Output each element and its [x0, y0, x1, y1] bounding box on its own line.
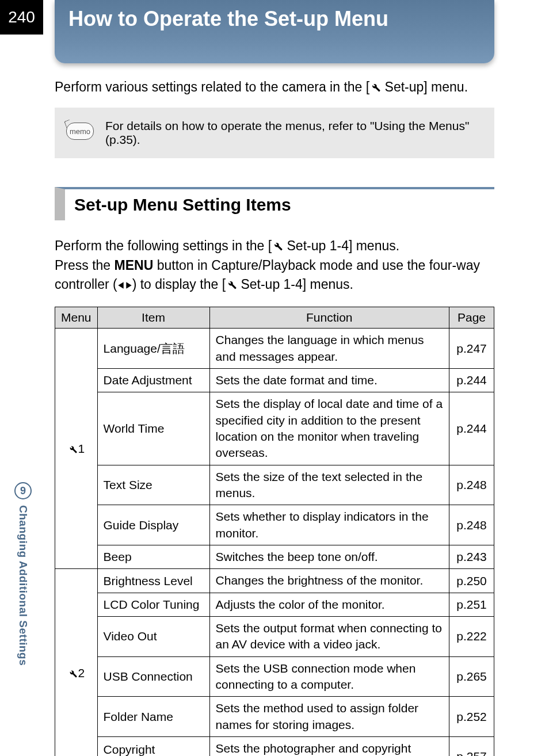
- function-cell: Sets the date format and time.: [209, 368, 449, 392]
- item-cell: USB Connection: [97, 656, 209, 697]
- function-cell: Adjusts the color of the monitor.: [209, 593, 449, 616]
- table-row: World TimeSets the display of local date…: [55, 392, 494, 465]
- title-bar: How to Operate the Set-up Menu: [55, 0, 494, 63]
- function-cell: Sets the method used to assign folder na…: [209, 697, 449, 737]
- item-cell: Video Out: [97, 617, 209, 657]
- function-cell: Sets whether to display indicators in th…: [209, 505, 449, 545]
- chapter-number-circle: 9: [14, 482, 32, 499]
- instr-2c: ) to display the [: [132, 277, 226, 292]
- table-row: 2Brightness LevelChanges the brightness …: [55, 569, 494, 593]
- memo-text: For details on how to operate the menus,…: [105, 119, 483, 147]
- menu-suffix: 2: [78, 666, 85, 679]
- th-item: Item: [97, 307, 209, 329]
- page-number-tab: 240: [0, 0, 43, 35]
- table-row: BeepSwitches the beep tone on/off.p.243: [55, 545, 494, 569]
- content-area: Perform various settings related to the …: [55, 78, 494, 756]
- item-cell: Beep: [97, 545, 209, 569]
- item-cell: Guide Display: [97, 505, 209, 545]
- instr-1b: Set-up 1-4] menus.: [283, 238, 399, 253]
- instr-1a: Perform the following settings in the [: [55, 238, 272, 253]
- memo-label: memo: [70, 127, 90, 136]
- menu-group-cell: 1: [55, 329, 98, 569]
- instruction-text: Perform the following settings in the [ …: [55, 236, 494, 294]
- menu-key-label: MENU: [115, 258, 154, 273]
- page-cell: p.257: [449, 737, 494, 756]
- function-cell: Sets the USB connection mode when connec…: [209, 656, 449, 697]
- table-row: Folder NameSets the method used to assig…: [55, 697, 494, 737]
- page-title: How to Operate the Set-up Menu: [68, 7, 481, 31]
- function-cell: Sets the size of the text selected in th…: [209, 465, 449, 505]
- intro-suffix: Set-up] menu.: [381, 79, 468, 94]
- table-row: Guide DisplaySets whether to display ind…: [55, 505, 494, 545]
- intro-prefix: Perform various settings related to the …: [55, 79, 369, 94]
- setup-table: Menu Item Function Page 1Language/言語Chan…: [55, 307, 494, 756]
- item-cell: Folder Name: [97, 697, 209, 737]
- memo-box: memo For details on how to operate the m…: [55, 108, 494, 158]
- item-cell: LCD Color Tuning: [97, 593, 209, 616]
- page-number: 240: [8, 8, 35, 26]
- item-cell: Copyright Information: [97, 737, 209, 756]
- page-cell: p.248: [449, 505, 494, 545]
- item-cell: Brightness Level: [97, 569, 209, 593]
- function-cell: Sets the output format when connecting t…: [209, 617, 449, 657]
- wrench-icon: [67, 444, 78, 454]
- instr-2d: Set-up 1-4] menus.: [237, 277, 353, 292]
- menu-group-cell: 2: [55, 569, 98, 756]
- th-page: Page: [449, 307, 494, 329]
- wrench-icon: [226, 278, 237, 290]
- left-right-arrows-icon: [117, 281, 132, 289]
- memo-icon: memo: [66, 123, 95, 143]
- function-cell: Sets the display of local date and time …: [209, 392, 449, 465]
- page-cell: p.252: [449, 697, 494, 737]
- wrench-icon: [272, 240, 283, 251]
- table-row: USB ConnectionSets the USB connection mo…: [55, 656, 494, 697]
- function-cell: Changes the brightness of the monitor.: [209, 569, 449, 593]
- chapter-label: Changing Additional Settings: [17, 505, 29, 666]
- wrench-icon: [369, 81, 381, 93]
- page-cell: p.222: [449, 617, 494, 657]
- table-header-row: Menu Item Function Page: [55, 307, 494, 329]
- page-cell: p.250: [449, 569, 494, 593]
- item-cell: Language/言語: [97, 329, 209, 369]
- table-row: Video OutSets the output format when con…: [55, 617, 494, 657]
- page-cell: p.244: [449, 368, 494, 392]
- table-row: Copyright InformationSets the photograph…: [55, 737, 494, 756]
- item-cell: World Time: [97, 392, 209, 465]
- page-cell: p.265: [449, 656, 494, 697]
- intro-text: Perform various settings related to the …: [55, 78, 494, 96]
- wrench-icon: [67, 668, 78, 678]
- table-row: Date AdjustmentSets the date format and …: [55, 368, 494, 392]
- side-tab: 9 Changing Additional Settings: [14, 482, 32, 666]
- page-cell: p.244: [449, 392, 494, 465]
- instr-2a: Press the: [55, 258, 115, 273]
- th-function: Function: [209, 307, 449, 329]
- item-cell: Text Size: [97, 465, 209, 505]
- page-cell: p.251: [449, 593, 494, 616]
- chapter-number: 9: [20, 485, 26, 497]
- page-cell: p.243: [449, 545, 494, 569]
- function-cell: Changes the language in which menus and …: [209, 329, 449, 369]
- section-heading: Set-up Menu Setting Items: [55, 187, 494, 220]
- function-cell: Switches the beep tone on/off.: [209, 545, 449, 569]
- item-cell: Date Adjustment: [97, 368, 209, 392]
- table-row: LCD Color TuningAdjusts the color of the…: [55, 593, 494, 616]
- table-row: 1Language/言語Changes the language in whic…: [55, 329, 494, 369]
- menu-suffix: 1: [78, 442, 85, 455]
- function-cell: Sets the photographer and copyright info…: [209, 737, 449, 756]
- page-cell: p.248: [449, 465, 494, 505]
- table-row: Text SizeSets the size of the text selec…: [55, 465, 494, 505]
- th-menu: Menu: [55, 307, 98, 329]
- page-cell: p.247: [449, 329, 494, 369]
